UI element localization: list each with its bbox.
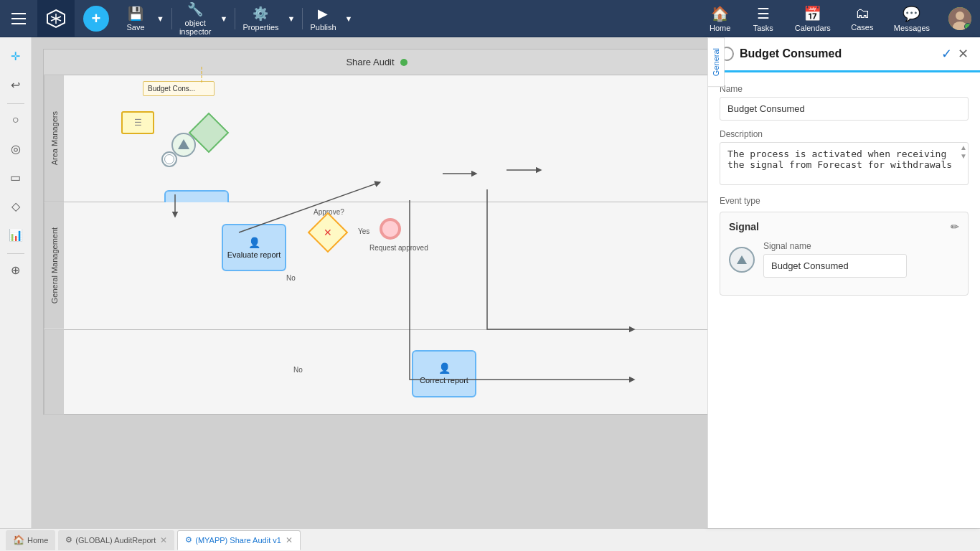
divider3 [302, 8, 303, 29]
properties-icon: ⚙️ [253, 6, 268, 22]
lane-header-third [44, 330, 64, 415]
signal-name-box: Signal name [763, 241, 907, 278]
gateway-x-icon: ✕ [315, 220, 341, 245]
object-inspector-group: 🔧 object inspector ▼ [174, 0, 231, 37]
event-type-header: Signal ✏ [729, 221, 959, 232]
canvas-area[interactable]: Share Audit Area Managers Budget Cons... [32, 37, 707, 528]
panel-check-button[interactable]: ✓ [941, 46, 952, 62]
sidebar-circle-icon[interactable]: ○ [3, 107, 29, 133]
lane-content-general-management: 👤 Evaluate report Approve? ✕ Yes [64, 202, 707, 329]
add-button[interactable]: + [83, 6, 109, 32]
sidebar-arrow-icon[interactable]: ↩ [3, 72, 29, 98]
bottom-tab-home[interactable]: 🏠 Home [6, 530, 55, 550]
bottom-bar: 🏠 Home ⚙ (GLOBAL) AuditReport ✕ ⚙ (MYAPP… [0, 528, 980, 551]
name-field-label: Name [720, 84, 969, 94]
task-evaluate-icon: 👤 [248, 237, 260, 248]
panel-close-button[interactable]: ✕ [958, 46, 969, 62]
calendars-icon: 📅 [804, 5, 821, 22]
lane-header-general-management: General Management [44, 202, 64, 329]
publish-group: ▶ Publish ▼ [304, 0, 355, 37]
gateway-no-label1: No [286, 274, 296, 282]
tab-general[interactable]: General [707, 37, 725, 87]
nav-messages[interactable]: 💬 Messages [884, 0, 940, 37]
nav-home[interactable]: 🏠 Home [699, 0, 742, 37]
nav-cases[interactable]: 🗂 Cases [841, 0, 884, 37]
sidebar-diamond-icon[interactable]: ◇ [3, 193, 29, 219]
task-evaluate-report[interactable]: 👤 Evaluate report [222, 224, 286, 271]
properties-dropdown[interactable]: ▼ [285, 0, 298, 37]
close-global-tab-button[interactable]: ✕ [160, 535, 167, 545]
publish-button[interactable]: ▶ Publish [304, 0, 341, 37]
lane-content-third: 👤 Correct report No [64, 330, 707, 415]
save-dropdown[interactable]: ▼ [154, 0, 167, 37]
scroll-down-btn[interactable]: ▼ [960, 152, 967, 160]
sidebar-separator1 [7, 103, 24, 104]
sidebar-rectangle-icon[interactable]: ▭ [3, 164, 29, 190]
lane-area-managers: Area Managers Budget Cons... ☰ [44, 75, 707, 202]
nav-calendars[interactable]: 📅 Calendars [785, 0, 841, 37]
sidebar-circle-thick-icon[interactable]: ◎ [3, 136, 29, 161]
global-tab-icon: ⚙ [65, 535, 72, 545]
signal-name-label: Signal name [763, 241, 907, 251]
collapsed-subprocess[interactable]: ☰ [121, 111, 154, 134]
avatar[interactable] [948, 7, 971, 30]
annotation-budget: Budget Cons... [143, 81, 215, 96]
bottom-tab-global-audit[interactable]: ⚙ (GLOBAL) AuditReport ✕ [58, 530, 174, 550]
description-field-textarea[interactable]: The process is activated when receiving … [720, 142, 969, 185]
properties-button[interactable]: ⚙️ Properties [237, 0, 284, 37]
sidebar-chart-icon[interactable]: 📊 [3, 222, 29, 248]
save-icon: 💾 [128, 6, 143, 22]
scroll-up-btn[interactable]: ▲ [960, 143, 967, 151]
right-panel: Budget Consumed ✓ ✕ Name Description The… [707, 37, 980, 528]
gateway-no-label2: No [293, 366, 303, 374]
event-type-section: Event type Signal ✏ Signal name [720, 196, 969, 296]
right-nav: 🏠 Home ☰ Tasks 📅 Calendars 🗂 Cases 💬 Mes… [699, 0, 980, 37]
nav-tasks[interactable]: ☰ Tasks [742, 0, 785, 37]
sidebar-plus-circle-icon[interactable]: ⊕ [3, 257, 29, 283]
left-sidebar: ✛ ↩ ○ ◎ ▭ ◇ 📊 ⊕ [0, 37, 32, 528]
object-inspector-button[interactable]: 🔧 object inspector [174, 0, 217, 37]
lane-general-management: General Management 👤 Evaluate report App… [44, 202, 707, 329]
home-icon: 🏠 [711, 5, 729, 22]
sidebar-move-icon[interactable]: ✛ [3, 43, 29, 69]
gateway-approve[interactable]: ✕ [308, 212, 349, 253]
process-canvas: Share Audit Area Managers Budget Cons... [43, 49, 707, 415]
main-area: ✛ ↩ ○ ◎ ▭ ◇ 📊 ⊕ Share Audit Area Manager… [0, 37, 980, 528]
panel-header: Budget Consumed ✓ ✕ [708, 37, 980, 72]
signal-name-input[interactable] [763, 254, 907, 278]
object-inspector-icon: 🔧 [187, 1, 203, 17]
logo-button[interactable] [37, 0, 75, 37]
sidebar-separator2 [7, 253, 24, 254]
task-correct-report[interactable]: 👤 Correct report [412, 350, 476, 397]
tasks-icon: ☰ [757, 5, 770, 22]
lane-container: Area Managers Budget Cons... ☰ [44, 75, 707, 414]
home-tab-icon: 🏠 [13, 534, 24, 545]
publish-dropdown[interactable]: ▼ [342, 0, 356, 37]
event-type-label: Event type [720, 196, 969, 206]
end-event-approved-label: Request approved [369, 244, 428, 252]
properties-group: ⚙️ Properties ▼ [237, 0, 298, 37]
cases-icon: 🗂 [855, 5, 870, 22]
lane-third: 👤 Correct report No [44, 330, 707, 415]
lane-content-area-managers: Budget Cons... ☰ [64, 75, 707, 202]
lane-header-area-managers: Area Managers [44, 75, 64, 202]
close-myapp-tab-button[interactable]: ✕ [286, 535, 293, 545]
bottom-tab-myapp-share[interactable]: ⚙ (MYAPP) Share Audit v1 ✕ [177, 530, 301, 550]
hamburger-button[interactable] [0, 0, 37, 37]
avatar-online-indicator [964, 23, 971, 30]
svg-rect-2 [11, 23, 26, 24]
object-inspector-dropdown[interactable]: ▼ [217, 0, 231, 37]
save-button[interactable]: 💾 Save [118, 0, 154, 37]
publish-icon: ▶ [318, 6, 328, 22]
panel-body: Name Description The process is activate… [708, 72, 980, 528]
task-correct-icon: 👤 [438, 362, 451, 374]
edit-signal-button[interactable]: ✏ [951, 221, 959, 232]
name-field-input[interactable] [720, 97, 969, 121]
end-event-approved[interactable] [380, 218, 401, 240]
pool-title: Share Audit [44, 50, 707, 75]
intermediate-event[interactable] [161, 151, 177, 167]
intermediate-inner-circle [164, 154, 174, 164]
divider1 [171, 8, 172, 29]
svg-rect-1 [11, 18, 26, 19]
svg-point-4 [956, 11, 964, 20]
